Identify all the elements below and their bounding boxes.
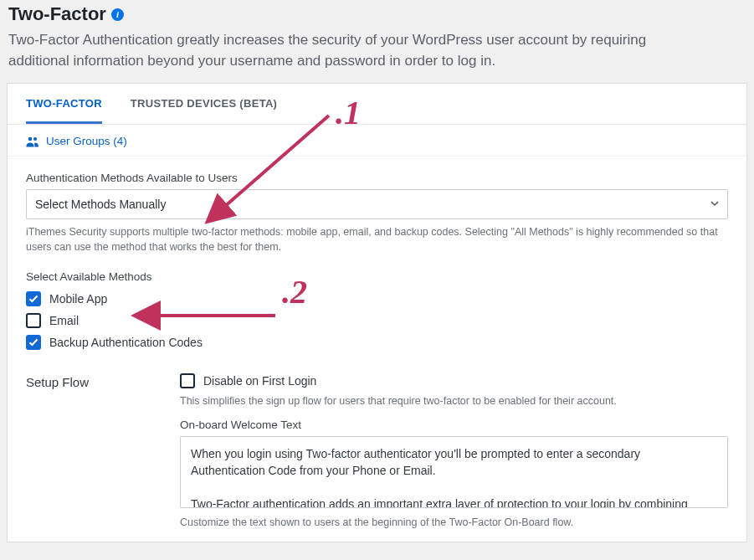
checkbox-mobile-app[interactable] (26, 291, 41, 306)
disable-first-login-row: Disable on First Login (180, 373, 728, 388)
svg-point-0 (28, 136, 33, 141)
method-label: Mobile App (49, 292, 107, 306)
auth-methods-helper: iThemes Security supports multiple two-f… (26, 224, 728, 254)
users-icon (26, 136, 39, 147)
user-groups-label: User Groups (4) (46, 135, 127, 147)
user-groups-link[interactable]: User Groups (4) (8, 125, 746, 157)
auth-methods-label: Authentication Methods Available to User… (26, 172, 728, 184)
checkbox-backup-codes[interactable] (26, 335, 41, 350)
checkbox-email[interactable] (26, 313, 41, 328)
auth-methods-select[interactable]: Select Methods Manually (26, 189, 728, 219)
method-label: Backup Authentication Codes (49, 336, 203, 349)
page-description: Two-Factor Authentication greatly increa… (7, 28, 693, 83)
checkbox-disable-first-login[interactable] (180, 373, 195, 388)
info-icon[interactable]: i (111, 8, 124, 21)
svg-point-1 (33, 137, 37, 141)
setup-flow-heading: Setup Flow (26, 373, 160, 528)
method-label: Email (49, 314, 79, 327)
tabs-bar: TWO-FACTOR TRUSTED DEVICES (BETA) (8, 84, 746, 125)
method-row-backup-codes: Backup Authentication Codes (26, 335, 728, 350)
onboard-text-helper: Customize the text shown to users at the… (180, 516, 728, 528)
method-row-email: Email (26, 313, 728, 328)
onboard-welcome-textarea[interactable] (180, 436, 728, 508)
tab-trusted-devices[interactable]: TRUSTED DEVICES (BETA) (131, 84, 277, 124)
disable-first-login-helper: This simplifies the sign up flow for use… (180, 395, 728, 407)
onboard-text-label: On-board Welcome Text (180, 419, 728, 431)
tab-two-factor[interactable]: TWO-FACTOR (26, 84, 102, 124)
disable-first-login-label: Disable on First Login (203, 374, 316, 388)
page-title: Two-Factor (8, 3, 106, 25)
settings-card: TWO-FACTOR TRUSTED DEVICES (BETA) User G… (7, 83, 747, 542)
method-row-mobile-app: Mobile App (26, 291, 728, 306)
available-methods-label: Select Available Methods (26, 270, 728, 283)
